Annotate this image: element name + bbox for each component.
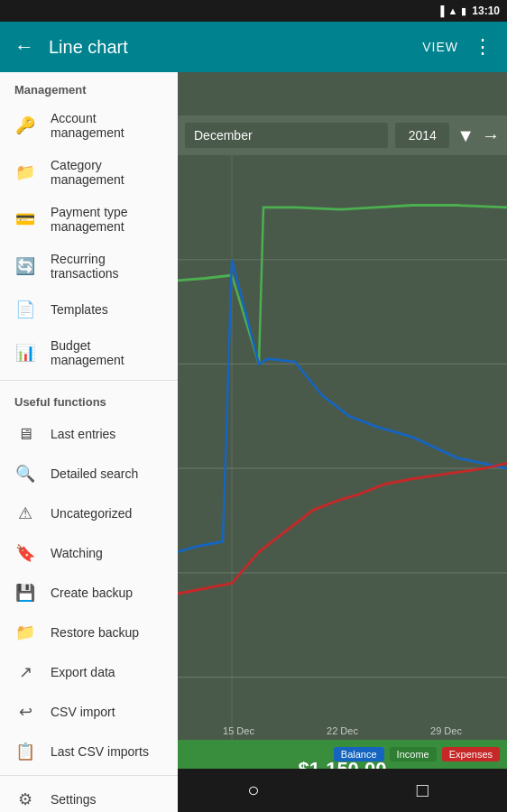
signal-icon: ▐ bbox=[438, 5, 445, 16]
watching-label: Watching bbox=[51, 546, 103, 560]
sidebar-item-category-management[interactable]: 📁 Category management bbox=[0, 149, 178, 196]
restore-icon: 📁 bbox=[14, 622, 36, 643]
wifi-icon: ▲ bbox=[447, 5, 457, 16]
sidebar-item-watching[interactable]: 🔖 Watching bbox=[0, 533, 178, 573]
recent-nav-button[interactable]: □ bbox=[395, 769, 449, 812]
line-chart-svg bbox=[178, 155, 507, 740]
templates-label: Templates bbox=[51, 302, 108, 317]
chart-legend: Balance Income Expenses bbox=[334, 747, 500, 761]
recurring-icon: 🔄 bbox=[14, 255, 36, 277]
search-icon: 🔍 bbox=[14, 463, 36, 484]
date-label-22dec: 22 Dec bbox=[327, 725, 358, 736]
main-content: IONS STATISTICS DIAGRAM BUDGETS ▼ → bbox=[178, 72, 507, 812]
sidebar-item-budget-management[interactable]: 📊 Budget management bbox=[0, 329, 178, 376]
warning-icon: ⚠ bbox=[14, 503, 36, 524]
chart-date-labels: 15 Dec 22 Dec 29 Dec bbox=[178, 725, 507, 736]
payment-icon: 💳 bbox=[14, 208, 36, 230]
sidebar-item-restore-backup[interactable]: 📁 Restore backup bbox=[0, 613, 178, 652]
sidebar-item-last-entries[interactable]: 🖥 Last entries bbox=[0, 414, 178, 454]
sidebar-item-account-management[interactable]: 🔑 Account management bbox=[0, 102, 178, 149]
create-backup-label: Create backup bbox=[51, 586, 133, 600]
budget-management-label: Budget management bbox=[51, 338, 163, 367]
year-input[interactable] bbox=[395, 123, 449, 148]
status-bar: ▐ ▲ ▮ 13:10 bbox=[0, 0, 507, 22]
more-options-button[interactable]: ⋮ bbox=[473, 35, 493, 59]
filter-icon[interactable]: ▼ bbox=[456, 125, 475, 146]
date-label-15dec: 15 Dec bbox=[223, 725, 254, 736]
uncategorized-label: Uncategorized bbox=[51, 506, 132, 521]
status-icons: ▐ ▲ ▮ bbox=[438, 5, 467, 17]
recurring-transactions-label: Recurring transactions bbox=[51, 252, 163, 281]
folder-icon: 📁 bbox=[14, 161, 36, 183]
app-bar: ← Line chart VIEW ⋮ bbox=[0, 22, 507, 72]
battery-icon: ▮ bbox=[461, 5, 466, 17]
csv-import-label: CSV import bbox=[51, 705, 115, 719]
useful-section-header: Useful functions bbox=[0, 384, 178, 414]
sidebar-item-detailed-search[interactable]: 🔍 Detailed search bbox=[0, 454, 178, 494]
next-arrow-icon[interactable]: → bbox=[482, 125, 500, 146]
date-navigation: ▼ → bbox=[178, 115, 507, 155]
import-icon: ↩ bbox=[14, 701, 36, 723]
divider-1 bbox=[0, 380, 178, 381]
management-section-header: Management bbox=[0, 72, 178, 102]
settings-label: Settings bbox=[51, 792, 97, 807]
divider-2 bbox=[0, 775, 178, 776]
restore-backup-label: Restore backup bbox=[51, 625, 139, 640]
home-nav-button[interactable]: ○ bbox=[226, 769, 281, 812]
app-bar-title: Line chart bbox=[49, 37, 408, 58]
date-input[interactable] bbox=[185, 123, 388, 148]
key-icon: 🔑 bbox=[14, 115, 36, 136]
chart-icon: 📊 bbox=[14, 342, 36, 364]
last-csv-imports-label: Last CSV imports bbox=[51, 744, 149, 759]
bookmark-icon: 🔖 bbox=[14, 542, 36, 564]
chart-area: 15 Dec 22 Dec 29 Dec bbox=[178, 155, 507, 740]
sidebar-item-csv-import[interactable]: ↩ CSV import bbox=[0, 692, 178, 732]
sidebar-item-settings[interactable]: ⚙ Settings bbox=[0, 780, 178, 812]
date-label-29dec: 29 Dec bbox=[430, 725, 462, 736]
sidebar-item-uncategorized[interactable]: ⚠ Uncategorized bbox=[0, 494, 178, 533]
template-icon: 📄 bbox=[14, 299, 36, 320]
legend-balance: Balance bbox=[334, 747, 384, 761]
back-button[interactable]: ← bbox=[14, 35, 34, 59]
save-icon: 💾 bbox=[14, 582, 36, 604]
legend-income: Income bbox=[390, 747, 437, 761]
sidebar: Management 🔑 Account management 📁 Catego… bbox=[0, 72, 178, 812]
detailed-search-label: Detailed search bbox=[51, 466, 138, 481]
status-time: 13:10 bbox=[472, 5, 500, 17]
export-data-label: Export data bbox=[51, 665, 115, 679]
sidebar-item-export-data[interactable]: ↗ Export data bbox=[0, 652, 178, 692]
view-button[interactable]: VIEW bbox=[422, 40, 458, 54]
csv-list-icon: 📋 bbox=[14, 741, 36, 762]
sidebar-item-templates[interactable]: 📄 Templates bbox=[0, 290, 178, 329]
last-entries-label: Last entries bbox=[51, 427, 115, 441]
legend-expenses: Expenses bbox=[442, 747, 500, 761]
settings-icon: ⚙ bbox=[14, 789, 36, 810]
account-management-label: Account management bbox=[51, 111, 163, 140]
sidebar-item-create-backup[interactable]: 💾 Create backup bbox=[0, 573, 178, 613]
sidebar-item-payment-type-management[interactable]: 💳 Payment type management bbox=[0, 196, 178, 243]
entries-icon: 🖥 bbox=[14, 423, 36, 445]
sidebar-item-recurring-transactions[interactable]: 🔄 Recurring transactions bbox=[0, 243, 178, 290]
category-management-label: Category management bbox=[51, 158, 163, 187]
payment-type-management-label: Payment type management bbox=[51, 205, 163, 234]
export-icon: ↗ bbox=[14, 661, 36, 683]
sidebar-item-last-csv-imports[interactable]: 📋 Last CSV imports bbox=[0, 732, 178, 771]
